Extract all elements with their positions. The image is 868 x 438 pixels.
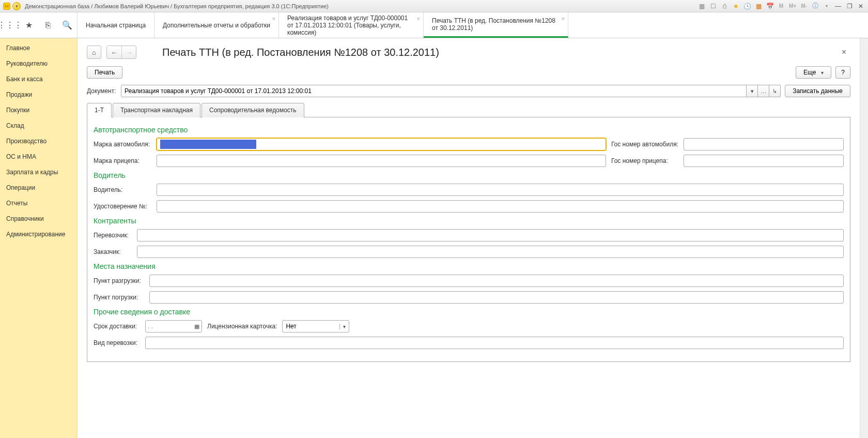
load-input[interactable] xyxy=(149,291,844,304)
trailer-brand-label: Марка прицепа: xyxy=(94,157,151,164)
print-button[interactable]: Печать xyxy=(87,66,122,79)
load-label: Пункт погрузки: xyxy=(94,294,144,301)
document-dropdown-button[interactable]: ▾ xyxy=(747,85,758,97)
apps-icon[interactable]: ⋮⋮⋮ xyxy=(4,20,16,31)
forward-button[interactable]: → xyxy=(121,46,136,58)
inner-tab-1t[interactable]: 1-Т xyxy=(87,103,112,117)
tb-icon-3[interactable]: ⎙ xyxy=(720,2,729,10)
customer-label: Заказчик: xyxy=(94,248,132,255)
sidebar-item-catalogs[interactable]: Справочники xyxy=(0,211,77,226)
text-selection xyxy=(160,140,256,149)
car-brand-label: Марка автомобиля: xyxy=(94,141,151,148)
section-driver-title: Водитель xyxy=(94,171,844,179)
document-label: Документ: xyxy=(87,87,117,95)
license-card-select[interactable]: Нет ▾ xyxy=(282,320,349,333)
search-icon[interactable]: 🔍 xyxy=(61,20,73,31)
top-tabs: Начальная страница Дополнительные отчеты… xyxy=(78,12,868,38)
driver-input[interactable] xyxy=(157,184,844,196)
app-menu-button[interactable]: ▾ xyxy=(12,2,21,10)
sidebar-item-reports[interactable]: Отчеты xyxy=(0,195,77,211)
info-dropdown-icon[interactable]: ▾ xyxy=(823,2,831,10)
car-number-input[interactable] xyxy=(684,138,844,150)
sidebar-item-manager[interactable]: Руководителю xyxy=(0,56,77,71)
star-icon[interactable]: ★ xyxy=(23,20,35,31)
sidebar-item-operations[interactable]: Операции xyxy=(0,180,77,195)
page-title: Печать ТТН (в ред. Постановления №1208 о… xyxy=(162,47,439,58)
section-counterparties-title: Контрагенты xyxy=(94,217,844,225)
tab-reports[interactable]: Дополнительные отчеты и обработки× xyxy=(154,12,279,38)
license-card-label: Лицензионная карточка: xyxy=(207,323,277,330)
inner-tab-accompanying[interactable]: Сопроводительная ведомость xyxy=(202,103,304,117)
tab-close-icon[interactable]: × xyxy=(562,16,565,22)
section-vehicle-title: Автотранспортное средство xyxy=(94,126,844,134)
sidebar-item-warehouse[interactable]: Склад xyxy=(0,118,77,133)
help-button[interactable]: ? xyxy=(835,66,850,79)
tab-print-ttn[interactable]: Печать ТТН (в ред. Постановления №1208 о… xyxy=(424,12,568,38)
sidebar: Главное Руководителю Банк и касса Продаж… xyxy=(0,38,78,438)
transport-type-label: Вид перевозки: xyxy=(94,339,140,346)
save-data-button[interactable]: Записать данные xyxy=(785,85,850,97)
section-destinations-title: Места назначения xyxy=(94,262,844,270)
top-toolbar: ⋮⋮⋮ ★ ⎘ 🔍 Начальная страница Дополнитель… xyxy=(0,12,868,38)
document-open-button[interactable]: ↳ xyxy=(769,85,781,97)
sidebar-item-purchases[interactable]: Покупки xyxy=(0,102,77,118)
tab-home[interactable]: Начальная страница xyxy=(78,12,154,38)
tab-realization[interactable]: Реализация товаров и услуг ТД00-000001 о… xyxy=(279,12,424,38)
license-label: Удостоверение №: xyxy=(94,203,151,210)
m-button[interactable]: M xyxy=(777,2,785,10)
tb-icon-1[interactable]: ▦ xyxy=(698,2,706,10)
sidebar-item-sales[interactable]: Продажи xyxy=(0,87,77,102)
favorites-icon[interactable]: ★ xyxy=(732,2,740,10)
sidebar-item-salary[interactable]: Зарплата и кадры xyxy=(0,164,77,180)
calculator-icon[interactable]: ▦ xyxy=(754,2,763,10)
trailer-number-label: Гос номер прицепа: xyxy=(611,157,678,164)
sidebar-item-admin[interactable]: Администрирование xyxy=(0,226,77,242)
unload-input[interactable] xyxy=(149,275,844,287)
sidebar-item-production[interactable]: Производство xyxy=(0,133,77,149)
carrier-input[interactable] xyxy=(137,229,844,241)
tab-close-icon[interactable]: × xyxy=(417,16,420,22)
customer-input[interactable] xyxy=(137,246,844,258)
document-input[interactable] xyxy=(121,85,747,97)
license-input[interactable] xyxy=(157,200,844,213)
car-brand-input[interactable] xyxy=(157,138,606,150)
document-select-button[interactable]: … xyxy=(758,85,769,97)
more-button[interactable]: Еще xyxy=(796,66,831,79)
carrier-label: Перевозчик: xyxy=(94,232,132,239)
info-icon[interactable]: ⓘ xyxy=(811,2,819,10)
home-button[interactable]: ⌂ xyxy=(87,46,101,59)
delivery-time-label: Срок доставки: xyxy=(94,323,140,330)
car-number-label: Гос номер автомобиля: xyxy=(611,141,678,148)
trailer-brand-input[interactable] xyxy=(157,155,606,167)
window-titlebar: 1c ▾ Демонстрационная база / Любимов Вал… xyxy=(0,0,868,12)
delivery-time-input[interactable]: . . ▦ xyxy=(145,320,202,333)
tab-close-icon[interactable]: × xyxy=(272,16,275,22)
minimize-icon[interactable]: — xyxy=(834,2,842,10)
inner-tab-transport[interactable]: Транспортная накладная xyxy=(113,103,200,117)
back-button[interactable]: ← xyxy=(107,46,121,58)
sidebar-item-bank[interactable]: Банк и касса xyxy=(0,71,77,87)
calendar-icon[interactable]: 📅 xyxy=(766,2,774,10)
m-plus-button[interactable]: M+ xyxy=(788,2,797,10)
transport-type-input[interactable] xyxy=(145,337,844,349)
maximize-icon[interactable]: ❐ xyxy=(845,2,854,10)
close-window-icon[interactable]: ✕ xyxy=(857,2,865,10)
tb-icon-2[interactable]: ☐ xyxy=(709,2,717,10)
m-minus-button[interactable]: M- xyxy=(800,2,808,10)
window-title: Демонстрационная база / Любимов Валерий … xyxy=(25,3,329,9)
clipboard-icon[interactable]: ⎘ xyxy=(42,20,54,31)
trailer-number-input[interactable] xyxy=(684,155,844,167)
delivery-time-value: . . xyxy=(148,323,153,330)
unload-label: Пункт разгрузки: xyxy=(94,277,144,284)
calendar-picker-icon[interactable]: ▦ xyxy=(194,323,199,330)
chevron-down-icon[interactable]: ▾ xyxy=(339,324,349,329)
sidebar-item-assets[interactable]: ОС и НМА xyxy=(0,149,77,164)
page-close-icon[interactable]: × xyxy=(838,46,850,59)
section-other-title: Прочие сведения о доставке xyxy=(94,308,844,316)
driver-label: Водитель: xyxy=(94,186,151,193)
app-logo-icon: 1c xyxy=(3,3,10,10)
vertical-scrollbar[interactable] xyxy=(860,38,868,438)
history-icon[interactable]: 🕓 xyxy=(743,2,751,10)
sidebar-item-main[interactable]: Главное xyxy=(0,40,77,56)
license-card-value: Нет xyxy=(283,323,339,330)
